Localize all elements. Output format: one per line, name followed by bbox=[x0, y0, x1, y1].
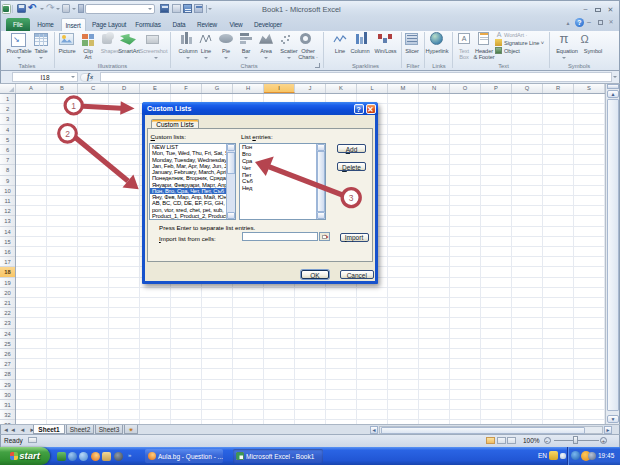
svg-text:3: 3 bbox=[349, 193, 354, 203]
svg-text:1: 1 bbox=[71, 101, 76, 111]
svg-text:2: 2 bbox=[65, 129, 70, 139]
